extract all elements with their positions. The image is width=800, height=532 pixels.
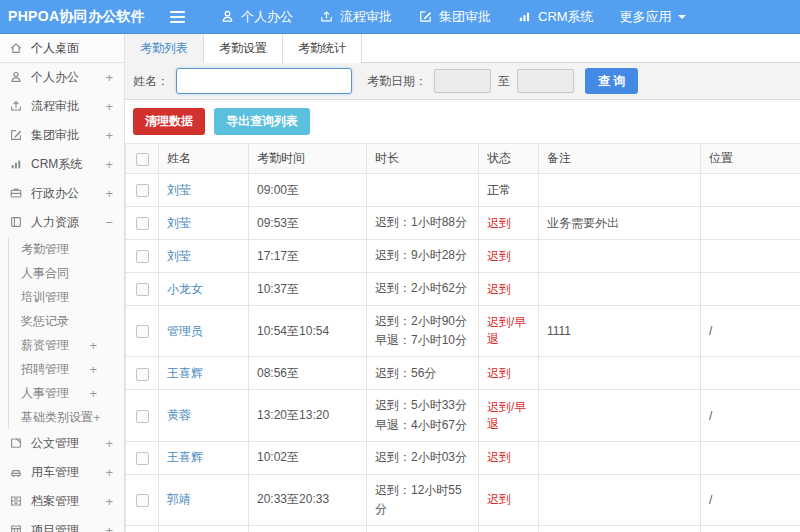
name-link[interactable]: 刘莹	[159, 207, 249, 240]
note-cell	[539, 273, 701, 306]
chart-icon	[9, 157, 24, 172]
sidebar-subitem[interactable]: 薪资管理+	[9, 333, 124, 357]
sidebar-subitem[interactable]: 培训管理	[9, 285, 124, 309]
row-checkbox[interactable]	[136, 410, 149, 423]
select-all-checkbox[interactable]	[136, 153, 149, 166]
sidebar-subitem-label: 薪资管理	[21, 337, 89, 354]
sidebar-item[interactable]: 流程审批+	[0, 92, 124, 121]
row-select-cell	[126, 306, 159, 357]
name-link[interactable]: 王喜辉	[159, 441, 249, 474]
expand-icon[interactable]: +	[105, 524, 113, 532]
row-checkbox[interactable]	[136, 184, 149, 197]
sidebar-subitem[interactable]: 人事管理+	[9, 381, 124, 405]
tab-考勤列表[interactable]: 考勤列表	[125, 34, 204, 63]
row-select-cell	[126, 474, 159, 525]
expand-icon[interactable]: +	[105, 437, 113, 450]
sidebar-item[interactable]: 项目管理+	[0, 516, 124, 532]
sidebar-item[interactable]: CRM系统+	[0, 150, 124, 179]
status-cell: 迟到/早退	[479, 306, 539, 357]
sidebar-item[interactable]: 集团审批+	[0, 121, 124, 150]
row-checkbox[interactable]	[136, 368, 149, 381]
sidebar-item[interactable]: 公文管理+	[0, 429, 124, 458]
row-checkbox[interactable]	[136, 452, 149, 465]
nav-item-3[interactable]: 集团审批	[405, 0, 504, 34]
expand-icon[interactable]: +	[105, 71, 113, 84]
row-checkbox[interactable]	[136, 217, 149, 230]
row-checkbox[interactable]	[136, 283, 149, 296]
sidebar-item[interactable]: 档案管理+	[0, 487, 124, 516]
collapse-icon[interactable]: −	[105, 216, 113, 229]
sidebar-item[interactable]: 人力资源−	[0, 208, 124, 237]
expand-icon[interactable]: +	[105, 129, 113, 142]
time-cell: 08:56至	[249, 357, 367, 390]
expand-icon[interactable]: +	[105, 187, 113, 200]
nav-item-4[interactable]: CRM系统	[504, 0, 607, 34]
select-all-cell	[126, 144, 159, 174]
expand-icon[interactable]: +	[89, 339, 97, 352]
duration-cell: 迟到：2小时62分	[367, 273, 479, 306]
nav-item-2[interactable]: 流程审批	[306, 0, 405, 34]
attendance-row: 王喜辉10:02至迟到：2小时03分迟到	[126, 441, 800, 474]
sidebar-subitem[interactable]: 人事合同	[9, 261, 124, 285]
name-link[interactable]: 黄蓉	[159, 390, 249, 441]
sidebar-item-label: 用车管理	[31, 464, 105, 481]
sidebar-subitem[interactable]: 奖惩记录	[9, 309, 124, 333]
query-button[interactable]: 查 询	[585, 68, 638, 94]
sidebar-item[interactable]: 个人办公+	[0, 63, 124, 92]
status-cell: 迟到/早退	[479, 390, 539, 441]
name-link[interactable]: 王喜辉	[159, 357, 249, 390]
clear-data-button[interactable]: 清理数据	[133, 108, 205, 135]
expand-icon[interactable]: +	[105, 466, 113, 479]
project-icon	[9, 523, 24, 532]
sidebar-subitem-label: 考勤管理	[21, 241, 97, 258]
sidebar-item-label: 档案管理	[31, 493, 105, 510]
duration-cell: 迟到：12小时53分	[367, 526, 479, 532]
nav-item-label: 流程审批	[340, 8, 392, 26]
sidebar-item-label: 项目管理	[31, 522, 105, 532]
name-link[interactable]: 管理员	[159, 306, 249, 357]
expand-icon[interactable]: +	[93, 411, 101, 424]
sidebar-item[interactable]: 个人桌面	[0, 34, 124, 63]
date-from-input[interactable]	[434, 69, 491, 93]
nav-item-5[interactable]: 更多应用	[607, 0, 699, 34]
row-checkbox[interactable]	[136, 250, 149, 263]
sidebar-item-label: 集团审批	[31, 127, 105, 144]
to-label: 至	[498, 73, 510, 90]
sidebar-subitem[interactable]: 考勤管理	[9, 237, 124, 261]
attendance-row: 黄蓉13:20至13:20迟到：5小时33分 早退：4小时67分迟到/早退/	[126, 390, 800, 441]
name-link[interactable]: 黄蓉	[159, 526, 249, 532]
expand-icon[interactable]: +	[89, 363, 97, 376]
sidebar-item-label: 行政办公	[31, 185, 105, 202]
name-link[interactable]: 刘莹	[159, 240, 249, 273]
sidebar-subitem[interactable]: 招聘管理+	[9, 357, 124, 381]
name-link[interactable]: 小龙女	[159, 273, 249, 306]
sidebar-subitem[interactable]: 基础类别设置+	[9, 405, 124, 429]
tab-考勤统计[interactable]: 考勤统计	[283, 34, 362, 63]
name-link[interactable]: 刘莹	[159, 174, 249, 207]
expand-icon[interactable]: +	[89, 387, 97, 400]
date-to-input[interactable]	[517, 69, 574, 93]
time-cell: 10:02至	[249, 441, 367, 474]
expand-icon[interactable]: +	[105, 100, 113, 113]
expand-icon[interactable]: +	[105, 158, 113, 171]
name-link[interactable]: 郭靖	[159, 474, 249, 525]
location-cell	[701, 207, 800, 240]
expand-icon[interactable]: +	[105, 495, 113, 508]
status-cell: 迟到	[479, 357, 539, 390]
nav-item-label: 个人办公	[241, 8, 293, 26]
menu-toggle-icon[interactable]	[170, 11, 185, 23]
briefcase-icon	[9, 186, 24, 201]
time-cell: 09:00至	[249, 174, 367, 207]
nav-item-1[interactable]: 个人办公	[207, 0, 306, 34]
attendance-row: 黄蓉20:32至20:32迟到：12小时53分迟到/	[126, 526, 800, 532]
tab-考勤设置[interactable]: 考勤设置	[204, 34, 283, 63]
row-select-cell	[126, 357, 159, 390]
sidebar-item[interactable]: 用车管理+	[0, 458, 124, 487]
attendance-row: 管理员10:54至10:54迟到：2小时90分 早退：7小时10分迟到/早退11…	[126, 306, 800, 357]
sidebar-item[interactable]: 行政办公+	[0, 179, 124, 208]
row-checkbox[interactable]	[136, 325, 149, 338]
sidebar-item-label: CRM系统	[31, 156, 105, 173]
row-checkbox[interactable]	[136, 494, 149, 507]
export-list-button[interactable]: 导出查询列表	[214, 108, 310, 135]
name-input[interactable]	[176, 68, 352, 94]
